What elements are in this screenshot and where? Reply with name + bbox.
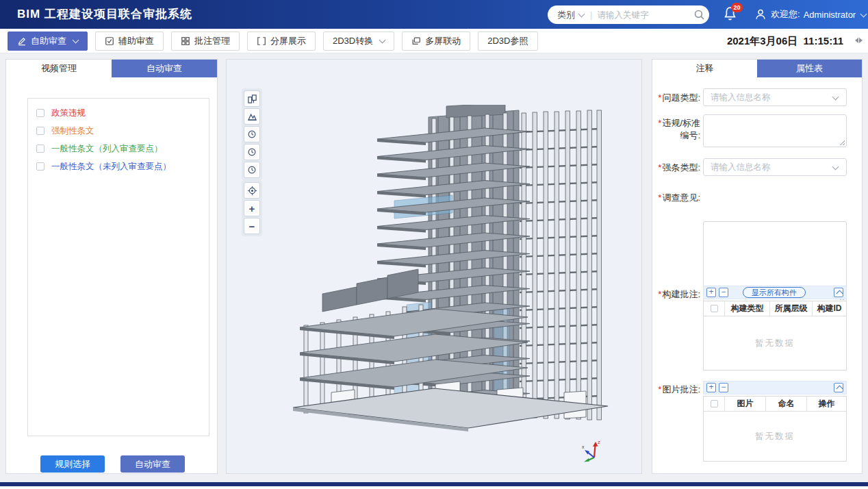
viewer-toolbar-top [242,88,262,180]
chevron-down-icon [379,37,386,44]
remove-component-button[interactable]: − [719,288,728,297]
zoom-in-button[interactable]: + [244,200,260,216]
violation-no-textarea[interactable] [704,115,846,147]
toolbar-button-label: 分屏展示 [270,35,306,47]
column-header: 命名 [765,397,806,411]
review-opinion-label: *调查意见: [656,192,700,204]
checkbox[interactable] [36,162,44,171]
toolbar-annotation-manage-button[interactable]: 批注管理 [171,32,240,51]
toolbar-multi-screen-button[interactable]: 多屏联动 [402,32,470,51]
search-category-select[interactable]: 类别 [557,9,575,21]
empty-state: 暂无数据 [704,316,846,370]
user-menu[interactable]: 欢迎您: Administrator [754,0,866,29]
clock-icon[interactable] [244,126,260,142]
rule-label: 政策违规 [51,108,86,119]
tab-annotation[interactable]: 注释 [652,60,757,77]
column-header: 构建ID [812,301,846,316]
component-annotation-toolbar: + − 显示所有构件 [703,286,847,299]
column-header: 所属层级 [769,301,812,316]
column-header: 操作 [806,397,846,411]
search-icon[interactable] [689,5,709,24]
locate-icon[interactable] [244,182,260,199]
checkbox[interactable] [36,145,44,153]
image-annotation-label: *图片批注: [656,384,700,396]
tab-video-manage[interactable]: 视频管理 [6,60,112,77]
problem-type-select[interactable] [703,88,847,106]
toolbar-button-label: 2D3D转换 [333,35,373,47]
left-tabbar: 视频管理 自动审查 [6,60,217,77]
column-header: 图片 [724,397,765,411]
toolbar-button-label: 自助审查 [31,35,66,47]
rule-label: 一般性条文（列入审查要点） [51,143,163,155]
checkbox[interactable] [711,400,718,408]
mandatory-type-select[interactable] [703,158,847,176]
axis-z-label: z [598,439,600,445]
show-all-components-button[interactable]: 显示所有构件 [743,287,806,298]
toolbar-button-label: 辅助审查 [118,35,154,47]
collapse-up-icon[interactable] [834,383,843,392]
rule-list: 政策违规 强制性条文 一般性条文（列入审查要点） 一般性条文（未列入审查要点） [27,98,209,436]
chevron-down-icon [860,10,867,17]
right-tabbar: 注释 属性表 [652,60,862,77]
add-component-button[interactable]: + [706,288,716,297]
empty-state: 暂无数据 [704,412,846,461]
tab-auto-review[interactable]: 自动审查 [112,60,217,77]
toolbar-2d3d-convert-button[interactable]: 2D3D转换 [323,32,394,51]
violation-no-field[interactable] [703,114,847,147]
global-search[interactable]: 类别 | [548,5,709,24]
zoom-out-button[interactable]: − [244,218,260,234]
username: Administrator [804,10,856,20]
model-structure-icon[interactable] [244,90,260,107]
axis-gizmo[interactable]: z x [581,438,606,462]
add-image-button[interactable]: + [706,383,716,392]
problem-type-input[interactable] [704,92,829,102]
axis-x-label: x [582,444,585,449]
rule-label: 强制性条文 [51,125,94,137]
tab-property-sheet[interactable]: 属性表 [757,60,862,77]
select-all-checkbox-cell [704,400,724,408]
search-input[interactable] [597,10,689,20]
table-header: 构建类型 所属层级 构建ID [704,301,846,316]
chevron-down-icon [832,93,839,100]
plus-icon: + [249,203,255,214]
select-all-checkbox-cell [704,305,724,312]
checkbox[interactable] [711,305,718,312]
toolbar-assist-review-button[interactable]: 辅助审查 [95,32,164,51]
notification-bell[interactable]: 20 [723,5,743,25]
remove-image-button[interactable]: − [719,383,728,392]
model-viewer[interactable]: + − [226,59,642,474]
welcome-label: 欢迎您: [771,8,800,21]
clock-icon[interactable] [244,144,260,160]
resize-handle-icon[interactable] [839,140,845,145]
rule-select-button[interactable]: 规则选择 [40,455,105,473]
rule-item-general-unlisted[interactable]: 一般性条文（未列入审查要点） [36,158,209,175]
clock-icon[interactable] [244,162,260,178]
toolbar-split-screen-button[interactable]: 分屏展示 [247,32,316,51]
mandatory-type-input[interactable] [704,162,829,172]
violation-no-label: *违规/标准 编号: [656,117,700,142]
split-screen-icon [257,36,266,46]
collapse-up-icon[interactable] [834,288,843,297]
panel-collapse-icon[interactable] [855,38,863,43]
chevron-down-icon [578,11,585,18]
rule-item-general-listed[interactable]: 一般性条文（列入审查要点） [36,140,209,158]
chevron-down-icon [832,163,839,170]
minus-icon: − [249,221,255,231]
toolbar-self-review-button[interactable]: 自助审查 [8,32,88,51]
column-header: 构建类型 [724,301,769,316]
app-header: BIM 工程建设项目联合审批系统 类别 | 20 欢迎 [0,0,868,29]
user-icon [754,8,767,21]
app-title: BIM 工程建设项目联合审批系统 [17,0,192,29]
measure-icon[interactable] [244,108,260,125]
auto-review-button[interactable]: 自动审查 [120,455,185,473]
bim-3d-model[interactable] [292,105,613,447]
main-toolbar: 自助审查 辅助审查 批注管理 分屏展示 2D3D转换 [0,29,868,53]
component-annotation-label: *构建批注: [656,288,700,301]
rule-item-mandatory-clause[interactable]: 强制性条文 [36,122,209,140]
viewer-toolbar-zoom: + − [242,180,262,236]
toolbar-2d3d-reference-button[interactable]: 2D3D参照 [478,32,537,51]
rule-item-policy-violation[interactable]: 政策违规 [36,104,209,122]
datetime-display: 2021年3月06日 11:15:11 [727,29,843,53]
checkbox[interactable] [36,127,44,135]
checkbox[interactable] [36,109,44,117]
